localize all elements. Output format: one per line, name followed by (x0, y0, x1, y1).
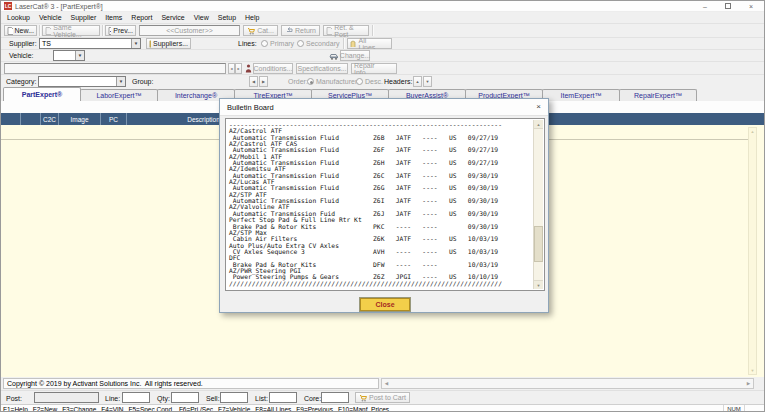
chevron-down-icon[interactable]: ▼ (116, 77, 125, 86)
group-prev-button[interactable]: ◀ (249, 76, 258, 87)
bulletin-scrollbar[interactable]: ▲ ▼ (533, 120, 543, 289)
fkey-f10: F10=Manf. Prices (338, 406, 389, 412)
bulletin-board-dialog: Bulletin Board × -----------------------… (219, 98, 549, 313)
order-manufacturer-radio[interactable]: Manufacturer (307, 76, 357, 87)
copyright-text: Copyright © 2019 by Activant Solutions I… (3, 378, 379, 389)
column-header-blank-1[interactable] (21, 113, 41, 125)
column-header-pc[interactable]: PC (101, 113, 127, 125)
maximize-icon[interactable] (725, 3, 731, 9)
menu-items[interactable]: Items (105, 14, 122, 21)
minimize-icon[interactable]: – (703, 3, 707, 10)
headers-up-button[interactable]: ▲ (413, 76, 422, 87)
return-button[interactable]: Return (281, 25, 320, 36)
close-window-icon[interactable]: × (749, 3, 753, 10)
vehicle-prev-spinner[interactable]: ◂ (228, 63, 235, 74)
core-label: Core: (304, 393, 321, 404)
results-vertical-scrollbar[interactable]: ▲ ▼ (748, 127, 757, 375)
cart-icon (247, 27, 255, 35)
all-lines-button[interactable]: All Lines... (347, 38, 392, 49)
fkey-f1: F1=Help (3, 406, 28, 412)
scrollbar-thumb[interactable] (534, 226, 543, 261)
conditions-button[interactable]: Conditions... (253, 63, 293, 74)
post-label: Post: (6, 393, 22, 404)
dialog-title: Bulletin Board (227, 103, 274, 112)
status-strip: Copyright © 2019 by Activant Solutions I… (1, 377, 764, 390)
category-combobox[interactable]: ▼ (38, 76, 126, 87)
supplier-combobox[interactable]: TS ▼ (39, 38, 141, 49)
qty-field[interactable] (171, 392, 199, 403)
menu-supplier[interactable]: Supplier (71, 14, 97, 21)
vehicle-next-spinner[interactable]: ▸ (235, 63, 242, 74)
column-header-image[interactable]: Image (59, 113, 101, 125)
prev-button[interactable]: Prev... (105, 25, 136, 36)
fkey-f9: F9=Previous (296, 406, 333, 412)
vehicle-description-field[interactable] (4, 63, 226, 74)
headers-down-button[interactable]: ▼ (423, 76, 432, 87)
list-field[interactable] (269, 392, 297, 403)
sell-field[interactable] (220, 392, 248, 403)
window-title: LaserCat® 3 - [PartExpert®] (15, 3, 103, 10)
new-button[interactable]: New... (4, 25, 37, 36)
menu-setup[interactable]: Setup (218, 14, 236, 21)
new-page-icon (7, 27, 13, 35)
suppliers-button[interactable]: Suppliers... (146, 38, 191, 49)
menu-vehicle[interactable]: Vehicle (39, 14, 62, 21)
lines-primary-radio[interactable]: Primary (261, 38, 294, 49)
post-to-cart-button[interactable]: Post to Cart (355, 392, 410, 403)
menu-view[interactable]: View (194, 14, 209, 21)
customer-field[interactable]: <<Customer>> (139, 25, 240, 36)
toolbar-main: New... Same Vehicle... Prev... <<Custome… (1, 23, 764, 37)
menu-lookup[interactable]: Lookup (7, 14, 30, 21)
lines-label: Lines: (238, 38, 257, 49)
results-horizontal-scrollbar[interactable]: ◀ ▶ (381, 378, 754, 389)
menu-service[interactable]: Service (161, 14, 184, 21)
lines-secondary-radio[interactable]: Secondary (297, 38, 339, 49)
vehicle-label: Vehicle: (9, 50, 34, 61)
fkey-f7: F7=Vehicle (218, 406, 250, 412)
post-field[interactable] (34, 392, 99, 403)
line-field[interactable] (122, 392, 150, 403)
prev-page-icon (108, 27, 111, 35)
line-label: Line: (105, 393, 120, 404)
dialog-close-icon[interactable]: × (536, 102, 541, 112)
suppliers-list-icon (149, 40, 151, 48)
scroll-left-icon[interactable]: ◀ (382, 379, 391, 388)
menu-report[interactable]: Report (131, 14, 152, 21)
vehicle-year-combobox[interactable]: ▼ (53, 50, 85, 61)
toolbar-supplier: Supplier: TS ▼ Suppliers... Lines: Prima… (1, 37, 764, 49)
group-next-button[interactable]: ▶ (259, 76, 268, 87)
column-header-c2c[interactable]: C2C (41, 113, 59, 125)
cat-button[interactable]: Cat... (243, 25, 278, 36)
tab-laborexpert[interactable]: LaborExpert™ (80, 89, 158, 101)
tab-itemexpert[interactable]: ItemExpert™ (542, 89, 620, 101)
scroll-right-icon[interactable]: ▶ (744, 379, 753, 388)
menu-help[interactable]: Help (245, 14, 259, 21)
all-lines-icon (350, 40, 357, 48)
category-label: Category: (6, 76, 36, 87)
column-header-blank-0[interactable] (1, 113, 21, 125)
radio-icon (297, 40, 304, 47)
ret-and-post-button[interactable]: Ret. & Post (323, 25, 369, 36)
scroll-down-icon[interactable]: ▼ (534, 280, 543, 289)
order-desc-radio[interactable]: Desc. (356, 76, 383, 87)
change-vehicle-button[interactable]: Change... (340, 50, 370, 61)
scroll-up-icon[interactable]: ▲ (749, 128, 756, 135)
tab-partexpert[interactable]: PartExpert® (3, 87, 81, 101)
num-lock-indicator: NUM (723, 405, 745, 412)
specifications-button[interactable]: Specifications... (296, 63, 348, 74)
close-button[interactable]: Close (360, 298, 410, 311)
repair-info-button[interactable]: Repair Info... (351, 63, 397, 74)
radio-icon (307, 78, 314, 85)
bulletin-text[interactable]: ----------------------------------------… (227, 120, 532, 289)
tab-repairexpert[interactable]: RepairExpert™ (619, 89, 697, 101)
scroll-up-icon[interactable]: ▲ (534, 120, 543, 129)
dialog-title-bar[interactable]: Bulletin Board × (220, 99, 548, 116)
chevron-down-icon[interactable]: ▼ (75, 51, 84, 60)
chevron-down-icon[interactable]: ▼ (131, 39, 140, 48)
order-label: Order: (288, 76, 308, 87)
menu-bar: LookupVehicleSupplierItemsReportServiceV… (1, 12, 764, 23)
toolbar-vehicle: Vehicle: ▼ ▼ ▼ ▼ Change... (1, 49, 764, 61)
core-field[interactable] (321, 392, 349, 403)
scroll-down-icon[interactable]: ▼ (749, 367, 756, 374)
same-vehicle-button[interactable]: Same Vehicle... (42, 25, 100, 36)
